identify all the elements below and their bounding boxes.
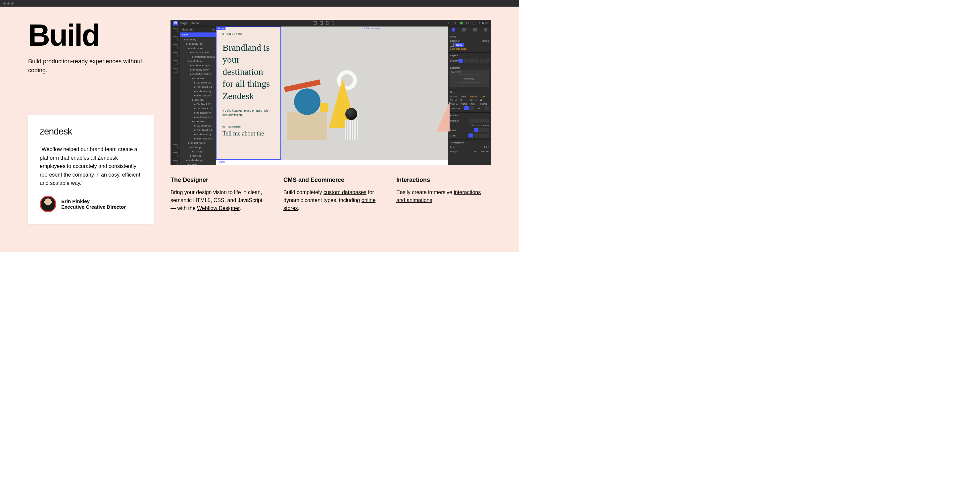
- height-value[interactable]: 100: [480, 95, 488, 98]
- redo-icon[interactable]: [453, 21, 457, 25]
- spacing-section[interactable]: Spacing: [450, 66, 489, 69]
- size-section[interactable]: Size: [450, 91, 489, 94]
- float-right-icon[interactable]: [484, 128, 489, 132]
- typography-section[interactable]: Typography: [450, 141, 489, 144]
- float-left-icon[interactable]: [479, 128, 484, 132]
- mobile-icon[interactable]: [332, 21, 333, 25]
- traffic-light-close[interactable]: [3, 2, 6, 5]
- navigator-item[interactable]: ▸ Div Block 25: [180, 80, 216, 85]
- designer-canvas[interactable]: Body full-hover-img BRANDLAND Brandland …: [216, 27, 448, 160]
- traffic-light-min[interactable]: [7, 2, 10, 5]
- page-name[interactable]: Home: [191, 22, 199, 25]
- maxw-value[interactable]: None: [461, 102, 468, 105]
- clear-none-icon[interactable]: [468, 134, 473, 137]
- ecommerce-icon[interactable]: [173, 52, 177, 57]
- navigator-collapse-icon[interactable]: ⇲: [212, 28, 214, 31]
- display-buttons[interactable]: [458, 59, 490, 62]
- navigator-item[interactable]: ▸ hp-header-ty: [180, 111, 216, 115]
- clear-both-icon[interactable]: [484, 134, 489, 137]
- style-tab-icon[interactable]: [452, 28, 455, 32]
- navigator-item[interactable]: ▸ Text Block 11: [180, 128, 216, 132]
- display-inline-icon[interactable]: [480, 59, 484, 62]
- settings-icon[interactable]: [173, 68, 177, 73]
- mobile-landscape-icon[interactable]: [326, 21, 328, 25]
- overflow-hidden-icon[interactable]: [469, 106, 474, 110]
- pages-icon[interactable]: [173, 37, 177, 41]
- navigator-item[interactable]: ▸ bot-bot: [180, 154, 216, 158]
- navigator-item[interactable]: ▸ hp-header-ty: [180, 89, 216, 93]
- navigator-item[interactable]: ▸ hp-body-copy: [180, 68, 216, 72]
- weight-value[interactable]: 400 - Normal: [474, 150, 489, 153]
- navigator-item[interactable]: ▸ hp-body: [180, 37, 216, 42]
- assets-icon[interactable]: [173, 60, 177, 65]
- navigator-item[interactable]: ▸ hp-left-container: [180, 72, 216, 76]
- help-icon[interactable]: [173, 152, 177, 157]
- navigator-item[interactable]: ▸ cool link: [180, 119, 216, 124]
- navigator-item[interactable]: ▸ hp-tophalf-nav: [180, 50, 216, 55]
- navigator-item[interactable]: ▸ hp-body-right: [180, 158, 216, 162]
- interactions-tab-icon[interactable]: [473, 28, 477, 32]
- navigator-item[interactable]: ▸ hp-body-left: [180, 42, 216, 46]
- check-icon[interactable]: [460, 21, 463, 25]
- navigator-item[interactable]: ▸ cool link: [180, 98, 216, 102]
- minh-value[interactable]: 0: [480, 99, 488, 102]
- display-none-icon[interactable]: [485, 59, 490, 62]
- overflow-visible-icon[interactable]: [464, 106, 469, 110]
- position-section[interactable]: Position: [450, 114, 489, 117]
- states-label[interactable]: States: [481, 40, 489, 42]
- webflow-logo-icon[interactable]: W: [173, 21, 178, 26]
- navigator-item[interactable]: ▸ cool link: [180, 76, 216, 80]
- font-value[interactable]: Arial: [484, 146, 489, 149]
- tablet-icon[interactable]: [320, 21, 323, 25]
- link-custom-databases[interactable]: custom databases: [323, 190, 366, 195]
- display-grid-icon[interactable]: [469, 59, 474, 62]
- navigator-item[interactable]: ▸ zd-logo: [180, 149, 216, 154]
- navigator-item[interactable]: ▸ main-cta-unc: [180, 136, 216, 141]
- maxh-value[interactable]: None: [480, 102, 488, 105]
- selector-device-icon[interactable]: [450, 43, 453, 47]
- audit-icon[interactable]: [173, 144, 177, 149]
- clear-right-icon[interactable]: [479, 134, 484, 137]
- publish-button[interactable]: Publish: [479, 22, 488, 25]
- navigator-item[interactable]: ▸ hp-left-bot: [180, 59, 216, 63]
- add-icon[interactable]: [173, 29, 177, 33]
- fit-value[interactable]: [484, 106, 489, 110]
- display-inline-block-icon[interactable]: [474, 59, 479, 62]
- device-switcher[interactable]: [313, 21, 333, 25]
- navigator-item[interactable]: ▸ sweep: [180, 162, 216, 165]
- clear-left-icon[interactable]: [474, 134, 479, 137]
- code-icon[interactable]: [466, 21, 469, 25]
- canvas-breadcrumb[interactable]: Body: [216, 160, 448, 165]
- settings-tab-icon[interactable]: [462, 28, 466, 32]
- float-clear-label[interactable]: Float and clear: [471, 124, 489, 127]
- traffic-light-max[interactable]: [11, 2, 14, 5]
- navigator-root[interactable]: Body: [180, 32, 216, 37]
- width-value[interactable]: Auto: [461, 95, 468, 98]
- spacing-editor[interactable]: MARGIN PADDING: [450, 70, 489, 87]
- cms-icon[interactable]: [173, 45, 177, 49]
- navigator-item[interactable]: ▸ hp-top-nav: [180, 46, 216, 50]
- position-value[interactable]: [469, 119, 489, 123]
- navigator-item[interactable]: ▸ bot-top: [180, 145, 216, 149]
- navigator-item[interactable]: ▸ main-cta-unc: [180, 93, 216, 98]
- navigator-item[interactable]: ▸ Div Block 25: [180, 102, 216, 106]
- layout-section[interactable]: Layout: [450, 54, 489, 57]
- navigator-item[interactable]: ▸ hp-bot-footer: [180, 141, 216, 145]
- minw-value[interactable]: 0: [461, 99, 468, 102]
- navigator-item[interactable]: ▸ hp-header-type: [180, 63, 216, 68]
- navigator-item[interactable]: ▸ Text Block 11: [180, 85, 216, 89]
- float-none-icon[interactable]: [474, 128, 479, 132]
- navigator-item[interactable]: ▸ hp-header-ty: [180, 132, 216, 136]
- display-block-icon[interactable]: [458, 59, 463, 62]
- video-icon[interactable]: [173, 160, 177, 165]
- export-icon[interactable]: [472, 21, 476, 25]
- undo-icon[interactable]: [447, 21, 450, 25]
- navigator-item[interactable]: ▸ main-cta-unc: [180, 115, 216, 119]
- element-tab-icon[interactable]: [484, 28, 487, 32]
- selector-tag[interactable]: Body: [455, 43, 464, 47]
- navigator-item[interactable]: ▸ Div Block 25: [180, 124, 216, 128]
- navigator-item[interactable]: ▸ Text Block 11: [180, 106, 216, 111]
- link-webflow-designer[interactable]: Webflow Designer: [197, 205, 240, 211]
- navigator-item[interactable]: ▸ brandland-lockup: [180, 55, 216, 59]
- desktop-icon[interactable]: [313, 21, 317, 25]
